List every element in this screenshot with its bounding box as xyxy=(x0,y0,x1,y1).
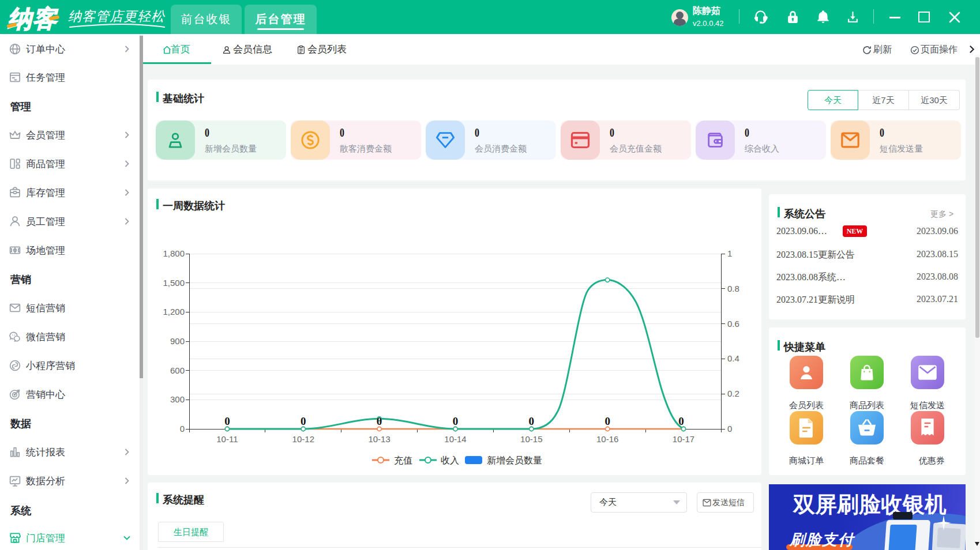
svg-text:10-12: 10-12 xyxy=(292,434,314,444)
svg-text:0.8: 0.8 xyxy=(727,284,739,293)
svg-text:600: 600 xyxy=(170,366,185,375)
svg-text:1: 1 xyxy=(727,248,732,258)
svg-text:300: 300 xyxy=(170,394,185,404)
svg-text:0: 0 xyxy=(301,415,306,427)
svg-text:0: 0 xyxy=(453,415,459,427)
svg-text:0: 0 xyxy=(180,424,185,434)
svg-text:10-13: 10-13 xyxy=(368,434,390,444)
svg-text:10-17: 10-17 xyxy=(673,434,694,444)
svg-text:充值: 充值 xyxy=(394,455,412,465)
svg-text:900: 900 xyxy=(170,336,185,346)
svg-text:新增会员数量: 新增会员数量 xyxy=(487,455,542,465)
svg-text:0: 0 xyxy=(727,424,732,434)
svg-text:0: 0 xyxy=(678,415,684,427)
svg-text:1,200: 1,200 xyxy=(163,307,185,317)
svg-text:0: 0 xyxy=(604,415,610,427)
svg-text:0: 0 xyxy=(224,415,230,427)
svg-text:1,800: 1,800 xyxy=(163,248,185,258)
svg-text:10-16: 10-16 xyxy=(596,434,618,444)
svg-text:10-14: 10-14 xyxy=(444,434,466,444)
svg-text:收入: 收入 xyxy=(441,455,459,465)
svg-text:0: 0 xyxy=(529,415,535,427)
svg-text:10-15: 10-15 xyxy=(520,434,542,444)
svg-text:0.2: 0.2 xyxy=(727,389,739,398)
svg-text:0: 0 xyxy=(377,415,382,427)
svg-text:1,500: 1,500 xyxy=(163,278,185,288)
svg-text:10-11: 10-11 xyxy=(216,434,238,444)
svg-text:0.6: 0.6 xyxy=(727,319,739,329)
svg-text:0.4: 0.4 xyxy=(727,353,739,363)
